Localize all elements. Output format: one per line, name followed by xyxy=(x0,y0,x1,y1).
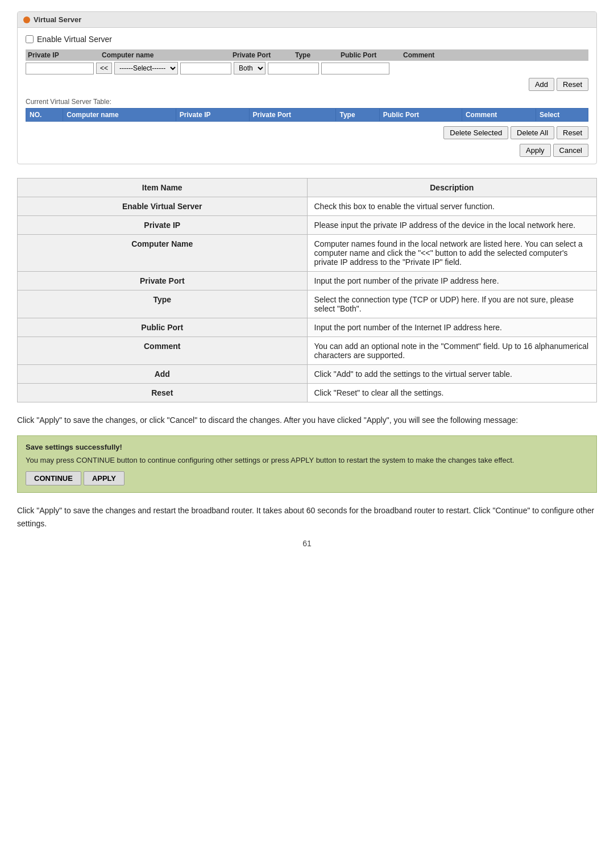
desc-item-description: Click "Add" to add the settings to the v… xyxy=(307,365,597,384)
header-type: Type xyxy=(295,51,341,59)
orange-dot-icon xyxy=(23,16,30,23)
private-ip-input[interactable] xyxy=(26,63,94,74)
desc-item-description: Input the port number of the private IP … xyxy=(307,272,597,290)
body-text-2: Click "Apply" to save the changes and re… xyxy=(17,504,597,530)
desc-th-description: Description xyxy=(307,178,597,197)
th-no: NO. xyxy=(26,109,63,122)
desc-item-description: Input the port number of the Internet IP… xyxy=(307,318,597,337)
th-private-port: Private Port xyxy=(249,109,336,122)
desc-item-description: Computer names found in the local networ… xyxy=(307,235,597,272)
desc-item-description: Check this box to enable the virtual ser… xyxy=(307,197,597,216)
desc-item-name: Private IP xyxy=(18,216,308,235)
continue-button[interactable]: CONTINUE xyxy=(26,471,81,485)
add-button[interactable]: Add xyxy=(529,78,554,91)
cancel-button[interactable]: Cancel xyxy=(553,144,588,157)
delete-all-button[interactable]: Delete All xyxy=(511,126,554,139)
desc-item-description: Please input the private IP address of t… xyxy=(307,216,597,235)
desc-table-row: Computer NameComputer names found in the… xyxy=(18,235,597,272)
desc-table-row: Private IPPlease input the private IP ad… xyxy=(18,216,597,235)
save-settings-message: You may press CONTINUE button to continu… xyxy=(26,456,588,464)
desc-item-name: Enable Virtual Server xyxy=(18,197,308,216)
current-table-label: Current Virtual Server Table: xyxy=(26,98,588,106)
desc-table-row: Enable Virtual ServerCheck this box to e… xyxy=(18,197,597,216)
apply-save-button[interactable]: APPLY xyxy=(84,471,125,485)
table-actions-row: Delete Selected Delete All Reset xyxy=(26,126,588,139)
header-public-port: Public Port xyxy=(341,51,403,59)
desc-table-row: ResetClick "Reset" to clear all the sett… xyxy=(18,384,597,402)
table-header-row: NO. Computer name Private IP Private Por… xyxy=(26,109,588,122)
desc-item-name: Type xyxy=(18,290,308,318)
body-text-1: Click "Apply" to save the changes, or cl… xyxy=(17,414,597,426)
save-settings-title: Save settings successfully! xyxy=(26,443,588,451)
save-btns-row: CONTINUE APPLY xyxy=(26,471,588,485)
private-port-input[interactable] xyxy=(180,63,231,74)
desc-table-row: Public PortInput the port number of the … xyxy=(18,318,597,337)
desc-item-name: Reset xyxy=(18,384,308,402)
vs-title-bar: Virtual Server xyxy=(18,12,596,28)
desc-table-row: AddClick "Add" to add the settings to th… xyxy=(18,365,597,384)
desc-item-description: You can add an optional note in the "Com… xyxy=(307,337,597,365)
enable-virtual-server-checkbox[interactable] xyxy=(26,35,34,43)
form-inputs-row: << ------Select------ Both TCP UDP xyxy=(26,62,588,74)
header-comment: Comment xyxy=(403,51,586,59)
desc-table-header-row: Item Name Description xyxy=(18,178,597,197)
computer-name-select[interactable]: ------Select------ xyxy=(114,62,178,74)
th-public-port: Public Port xyxy=(379,109,462,122)
th-comment: Comment xyxy=(462,109,536,122)
desc-item-name: Computer Name xyxy=(18,235,308,272)
desc-table-row: Private PortInput the port number of the… xyxy=(18,272,597,290)
desc-item-name: Add xyxy=(18,365,308,384)
vs-title: Virtual Server xyxy=(34,15,81,24)
table-reset-button[interactable]: Reset xyxy=(557,126,588,139)
delete-selected-button[interactable]: Delete Selected xyxy=(443,126,508,139)
header-private-ip: Private IP xyxy=(28,51,102,59)
desc-th-item: Item Name xyxy=(18,178,308,197)
th-private-ip: Private IP xyxy=(176,109,249,122)
form-header-row: Private IP Computer name Private Port Ty… xyxy=(26,49,588,61)
description-table: Item Name Description Enable Virtual Ser… xyxy=(17,178,597,402)
desc-item-name: Private Port xyxy=(18,272,308,290)
virtual-server-panel: Virtual Server Enable Virtual Server Pri… xyxy=(17,11,597,164)
apply-cancel-row: Apply Cancel xyxy=(26,144,588,157)
desc-item-name: Public Port xyxy=(18,318,308,337)
save-settings-box: Save settings successfully! You may pres… xyxy=(17,435,597,493)
desc-table-body: Enable Virtual ServerCheck this box to e… xyxy=(18,197,597,402)
vs-body: Enable Virtual Server Private IP Compute… xyxy=(18,28,596,164)
add-reset-row: Add Reset xyxy=(26,78,588,91)
enable-virtual-server-label: Enable Virtual Server xyxy=(37,35,112,44)
public-port-input[interactable] xyxy=(268,63,319,74)
current-virtual-server-table: NO. Computer name Private IP Private Por… xyxy=(26,108,588,122)
desc-table-row: TypeSelect the connection type (TCP or U… xyxy=(18,290,597,318)
arrow-button[interactable]: << xyxy=(96,63,112,74)
th-computer-name: Computer name xyxy=(63,109,176,122)
desc-item-name: Comment xyxy=(18,337,308,365)
th-type: Type xyxy=(336,109,379,122)
header-private-port: Private Port xyxy=(233,51,295,59)
comment-input[interactable] xyxy=(321,63,389,74)
desc-item-description: Select the connection type (TCP or UDP) … xyxy=(307,290,597,318)
apply-button[interactable]: Apply xyxy=(520,144,551,157)
th-select: Select xyxy=(536,109,588,122)
type-select[interactable]: Both TCP UDP xyxy=(234,62,265,74)
page-number: 61 xyxy=(17,539,597,548)
header-computer-name: Computer name xyxy=(102,51,233,59)
reset-button[interactable]: Reset xyxy=(557,78,588,91)
desc-table-row: CommentYou can add an optional note in t… xyxy=(18,337,597,365)
enable-row: Enable Virtual Server xyxy=(26,35,588,44)
desc-item-description: Click "Reset" to clear all the settings. xyxy=(307,384,597,402)
